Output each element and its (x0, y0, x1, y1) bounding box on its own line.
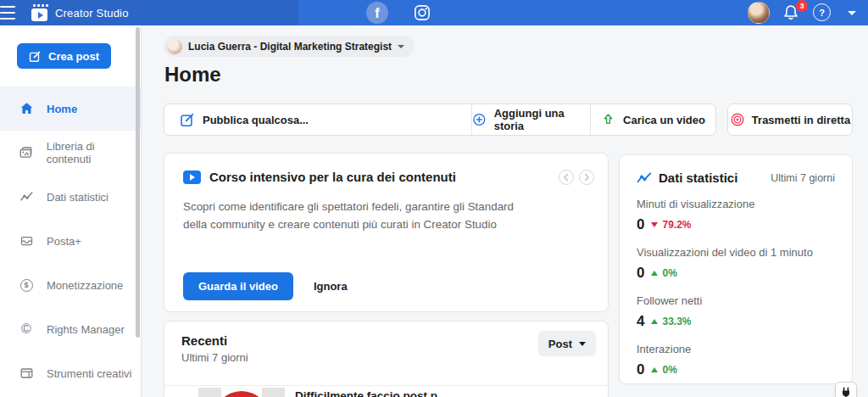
top-bar: Creator Studio f 3 ? (0, 0, 868, 25)
hamburger-menu-icon[interactable] (0, 6, 17, 20)
dismiss-button[interactable]: Ignora (314, 280, 348, 293)
main-content: Lucia Guerra - Digital Marketing Strateg… (142, 25, 868, 397)
metric-watch-minutes: Minuti di visualizzazione 0 79.2% (637, 198, 835, 233)
instagram-icon (413, 3, 431, 22)
carousel-prev-button[interactable] (559, 170, 574, 185)
creator-studio-screen: Creator Studio f 3 ? (0, 0, 868, 397)
sidebar-item-inbox[interactable]: Posta+ (0, 219, 141, 263)
sidebar-item-label: Monetizzazione (47, 279, 123, 292)
page-name: Lucia Guerra - Digital Marketing Strateg… (188, 41, 392, 53)
publish-label: Pubblica qualcosa... (203, 114, 309, 126)
video-play-icon (183, 171, 201, 184)
add-story-label: Aggiungi una storia (494, 107, 590, 132)
copyright-icon: © (19, 322, 34, 336)
go-live-button[interactable]: Trasmetti in diretta (727, 103, 853, 136)
page-avatar (167, 39, 182, 54)
recent-posts-card: Recenti Ultimi 7 giorni Post Difficilmen… (164, 321, 609, 397)
sidebar-scrollbar[interactable] (136, 27, 140, 338)
sidebar-item-rights-manager[interactable]: © Rights Manager (0, 307, 141, 351)
trend-down-icon (651, 222, 658, 227)
post-thumbnail (198, 388, 285, 397)
broadcast-icon (730, 112, 745, 127)
inbox-icon (19, 234, 34, 248)
support-widget-button[interactable] (835, 382, 857, 397)
question-icon: ? (819, 8, 825, 18)
metric-value: 0 (637, 216, 644, 233)
trend-up-icon (651, 367, 658, 372)
upload-video-label: Carica un video (623, 114, 705, 126)
sidebar-item-label: Libreria di contenuti (47, 140, 141, 165)
help-button[interactable]: ? (813, 3, 831, 21)
plug-icon (840, 387, 852, 397)
metric-value: 4 (637, 313, 644, 330)
carousel-next-button[interactable] (579, 170, 594, 185)
sidebar: Crea post Home Libreria di cont (0, 25, 142, 397)
metric-value: 0 (637, 265, 644, 282)
app-name: Creator Studio (55, 7, 129, 20)
facebook-icon: f (375, 6, 379, 21)
publish-something-button[interactable]: Pubblica qualcosa... (164, 104, 471, 135)
sidebar-item-label: Home (47, 103, 77, 115)
sidebar-item-home[interactable]: Home (0, 87, 141, 131)
insights-chart-icon (637, 171, 652, 185)
creator-studio-logo-icon (31, 3, 48, 22)
chevron-left-icon (561, 172, 571, 182)
sidebar-item-label: Rights Manager (47, 323, 125, 336)
facebook-tab[interactable]: f (366, 2, 388, 24)
dollar-icon: $ (19, 279, 34, 292)
page-selector[interactable]: Lucia Guerra - Digital Marketing Strateg… (164, 36, 415, 57)
content-library-icon (19, 146, 34, 159)
chevron-down-icon (579, 342, 586, 346)
metric-change: 0% (662, 364, 676, 376)
metric-change: 33.3% (662, 316, 691, 327)
page-title: Home (164, 63, 221, 87)
create-post-button[interactable]: Crea post (17, 43, 111, 69)
trend-up-icon (651, 271, 658, 276)
recent-title: Recenti (181, 333, 591, 348)
metric-one-minute-views: Visualizzazioni del video di 1 minuto 0 … (637, 246, 835, 282)
sidebar-item-monetization[interactable]: $ Monetizzazione (0, 263, 141, 307)
home-icon (19, 102, 34, 115)
sidebar-item-creative-tools[interactable]: Strumenti creativi (0, 351, 141, 395)
metric-engagement: Interazione 0 0% (637, 343, 835, 378)
post-list-item[interactable]: Difficilmente faccio post p (164, 386, 608, 397)
insights-card: Dati statistici Ultimi 7 giorni Minuti d… (619, 154, 853, 384)
quick-actions-bar: Pubblica qualcosa... Aggiungi una storia… (164, 103, 853, 136)
recent-subtitle: Ultimi 7 giorni (181, 351, 591, 364)
promo-description: Scopri come identificare gli spettatori … (183, 198, 529, 234)
trend-up-icon (651, 319, 658, 324)
notification-badge: 3 (796, 0, 808, 12)
promo-carousel-controls (559, 170, 594, 185)
upload-arrow-icon (601, 112, 615, 127)
creative-tools-icon (19, 366, 34, 380)
user-avatar[interactable] (748, 2, 770, 24)
line-chart-icon (19, 190, 34, 204)
chevron-right-icon (581, 172, 592, 182)
watch-video-button[interactable]: Guarda il video (183, 272, 293, 300)
sidebar-item-label: Posta+ (47, 235, 81, 248)
compose-icon (29, 50, 42, 63)
sidebar-item-content-library[interactable]: Libreria di contenuti (0, 131, 141, 175)
post-title: Difficilmente faccio post p (295, 389, 437, 397)
sidebar-item-label: Strumenti creativi (47, 367, 131, 380)
account-menu-caret-icon[interactable] (848, 11, 856, 15)
go-live-label: Trasmetti in diretta (752, 114, 850, 126)
sidebar-nav: Home Libreria di contenuti (0, 87, 141, 395)
promo-card: Corso intensivo per la cura dei contenut… (164, 153, 609, 312)
sidebar-item-label: Dati statistici (47, 191, 108, 204)
promo-title: Corso intensivo per la cura dei contenut… (209, 170, 456, 184)
metric-net-followers: Follower netti 4 33.3% (637, 294, 835, 330)
insights-title: Dati statistici (659, 171, 737, 185)
notifications-button[interactable]: 3 (782, 3, 802, 24)
instagram-tab[interactable] (413, 3, 431, 25)
chevron-down-icon (398, 45, 404, 48)
upload-video-button[interactable]: Carica un video (590, 104, 715, 135)
metric-change: 0% (662, 267, 676, 279)
post-type-dropdown[interactable]: Post (538, 331, 596, 356)
compose-icon (180, 112, 195, 127)
add-story-button[interactable]: Aggiungi una storia (471, 104, 590, 135)
metric-value: 0 (637, 361, 644, 378)
post-type-label: Post (548, 338, 572, 350)
create-post-label: Crea post (48, 50, 99, 63)
sidebar-item-insights[interactable]: Dati statistici (0, 175, 141, 219)
